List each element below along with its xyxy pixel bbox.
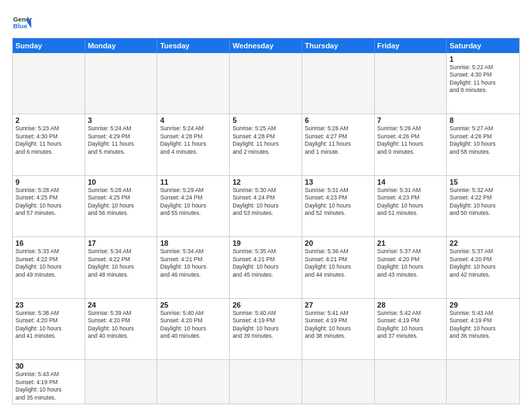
- day-number: 22: [449, 239, 517, 247]
- cell-info: Sunrise: 5:40 AM Sunset: 4:20 PM Dayligh…: [160, 310, 226, 340]
- calendar-cell: 27Sunrise: 5:41 AM Sunset: 4:19 PM Dayli…: [302, 299, 375, 359]
- day-number: 15: [449, 178, 517, 186]
- page: General Blue SundayMondayTuesdayWednesda…: [0, 0, 532, 411]
- calendar-row-5: 30Sunrise: 5:43 AM Sunset: 4:19 PM Dayli…: [13, 360, 519, 404]
- weekday-header-monday: Monday: [85, 38, 158, 53]
- day-number: 11: [160, 178, 226, 186]
- calendar-cell: [230, 53, 302, 113]
- day-number: 10: [88, 178, 154, 186]
- calendar-cell: 8Sunrise: 5:27 AM Sunset: 4:26 PM Daylig…: [447, 114, 519, 175]
- calendar-cell: [375, 53, 447, 113]
- calendar-cell: 3Sunrise: 5:24 AM Sunset: 4:29 PM Daylig…: [85, 114, 158, 175]
- cell-info: Sunrise: 5:32 AM Sunset: 4:22 PM Dayligh…: [449, 187, 517, 218]
- weekday-header-wednesday: Wednesday: [230, 38, 302, 53]
- cell-info: Sunrise: 5:25 AM Sunset: 4:28 PM Dayligh…: [232, 125, 299, 156]
- cell-info: Sunrise: 5:42 AM Sunset: 4:19 PM Dayligh…: [378, 310, 444, 340]
- cell-info: Sunrise: 5:38 AM Sunset: 4:20 PM Dayligh…: [15, 310, 82, 340]
- day-number: 24: [88, 301, 154, 309]
- day-number: 7: [378, 116, 444, 124]
- weekday-header-sunday: Sunday: [13, 38, 85, 53]
- day-number: 30: [15, 362, 82, 370]
- day-number: 28: [378, 301, 444, 309]
- calendar-body: 1Sunrise: 5:22 AM Sunset: 4:30 PM Daylig…: [13, 53, 519, 404]
- calendar-row-2: 9Sunrise: 5:28 AM Sunset: 4:25 PM Daylig…: [13, 176, 519, 237]
- calendar-cell: 10Sunrise: 5:28 AM Sunset: 4:25 PM Dayli…: [85, 176, 158, 236]
- cell-info: Sunrise: 5:26 AM Sunset: 4:27 PM Dayligh…: [305, 125, 371, 156]
- cell-info: Sunrise: 5:24 AM Sunset: 4:28 PM Dayligh…: [160, 125, 226, 156]
- calendar-cell: 22Sunrise: 5:37 AM Sunset: 4:20 PM Dayli…: [447, 237, 519, 298]
- calendar: SundayMondayTuesdayWednesdayThursdayFrid…: [12, 38, 520, 404]
- calendar-row-3: 16Sunrise: 5:33 AM Sunset: 4:22 PM Dayli…: [13, 237, 519, 298]
- weekday-header-thursday: Thursday: [302, 38, 375, 53]
- calendar-cell: 11Sunrise: 5:29 AM Sunset: 4:24 PM Dayli…: [157, 176, 230, 236]
- calendar-cell: 29Sunrise: 5:43 AM Sunset: 4:19 PM Dayli…: [447, 299, 519, 359]
- day-number: 9: [15, 178, 82, 186]
- calendar-row-0: 1Sunrise: 5:22 AM Sunset: 4:30 PM Daylig…: [13, 53, 519, 114]
- calendar-cell: 21Sunrise: 5:37 AM Sunset: 4:20 PM Dayli…: [375, 237, 447, 298]
- logo-icon: General Blue: [12, 12, 32, 32]
- weekday-header-friday: Friday: [375, 38, 447, 53]
- day-number: 26: [232, 301, 299, 309]
- calendar-row-4: 23Sunrise: 5:38 AM Sunset: 4:20 PM Dayli…: [13, 299, 519, 360]
- weekday-header-saturday: Saturday: [447, 38, 519, 53]
- calendar-cell: 7Sunrise: 5:26 AM Sunset: 4:26 PM Daylig…: [375, 114, 447, 175]
- calendar-cell: 19Sunrise: 5:35 AM Sunset: 4:21 PM Dayli…: [230, 237, 302, 298]
- header: General Blue: [12, 12, 520, 32]
- calendar-cell: 18Sunrise: 5:34 AM Sunset: 4:21 PM Dayli…: [157, 237, 230, 298]
- day-number: 14: [378, 178, 444, 186]
- day-number: 25: [160, 301, 226, 309]
- calendar-cell: [302, 53, 375, 113]
- cell-info: Sunrise: 5:27 AM Sunset: 4:26 PM Dayligh…: [449, 125, 517, 156]
- day-number: 2: [15, 116, 82, 124]
- calendar-cell: 20Sunrise: 5:36 AM Sunset: 4:21 PM Dayli…: [302, 237, 375, 298]
- calendar-cell: 13Sunrise: 5:31 AM Sunset: 4:23 PM Dayli…: [302, 176, 375, 236]
- calendar-cell: [85, 360, 158, 404]
- cell-info: Sunrise: 5:34 AM Sunset: 4:22 PM Dayligh…: [88, 248, 154, 279]
- calendar-cell: 25Sunrise: 5:40 AM Sunset: 4:20 PM Dayli…: [157, 299, 230, 359]
- calendar-cell: 2Sunrise: 5:23 AM Sunset: 4:30 PM Daylig…: [13, 114, 85, 175]
- cell-info: Sunrise: 5:30 AM Sunset: 4:24 PM Dayligh…: [232, 187, 299, 218]
- day-number: 20: [305, 239, 371, 247]
- logo: General Blue: [12, 12, 32, 32]
- day-number: 8: [449, 116, 517, 124]
- day-number: 17: [88, 239, 154, 247]
- day-number: 3: [88, 116, 154, 124]
- calendar-cell: [85, 53, 158, 113]
- cell-info: Sunrise: 5:41 AM Sunset: 4:19 PM Dayligh…: [305, 310, 371, 340]
- calendar-cell: 14Sunrise: 5:31 AM Sunset: 4:23 PM Dayli…: [375, 176, 447, 236]
- cell-info: Sunrise: 5:22 AM Sunset: 4:30 PM Dayligh…: [449, 64, 517, 95]
- cell-info: Sunrise: 5:33 AM Sunset: 4:22 PM Dayligh…: [15, 248, 82, 279]
- calendar-cell: [157, 53, 230, 113]
- cell-info: Sunrise: 5:28 AM Sunset: 4:25 PM Dayligh…: [15, 187, 82, 218]
- day-number: 1: [449, 55, 517, 63]
- day-number: 5: [232, 116, 299, 124]
- calendar-cell: 24Sunrise: 5:39 AM Sunset: 4:20 PM Dayli…: [85, 299, 158, 359]
- svg-marker-3: [28, 22, 32, 28]
- calendar-cell: 28Sunrise: 5:42 AM Sunset: 4:19 PM Dayli…: [375, 299, 447, 359]
- day-number: 18: [160, 239, 226, 247]
- calendar-cell: 26Sunrise: 5:40 AM Sunset: 4:19 PM Dayli…: [230, 299, 302, 359]
- calendar-cell: 6Sunrise: 5:26 AM Sunset: 4:27 PM Daylig…: [302, 114, 375, 175]
- day-number: 12: [232, 178, 299, 186]
- cell-info: Sunrise: 5:29 AM Sunset: 4:24 PM Dayligh…: [160, 187, 226, 218]
- day-number: 23: [15, 301, 82, 309]
- calendar-row-1: 2Sunrise: 5:23 AM Sunset: 4:30 PM Daylig…: [13, 114, 519, 175]
- calendar-cell: 1Sunrise: 5:22 AM Sunset: 4:30 PM Daylig…: [447, 53, 519, 113]
- cell-info: Sunrise: 5:28 AM Sunset: 4:25 PM Dayligh…: [88, 187, 154, 218]
- cell-info: Sunrise: 5:39 AM Sunset: 4:20 PM Dayligh…: [88, 310, 154, 340]
- day-number: 29: [449, 301, 517, 309]
- calendar-cell: 30Sunrise: 5:43 AM Sunset: 4:19 PM Dayli…: [13, 360, 85, 404]
- day-number: 19: [232, 239, 299, 247]
- cell-info: Sunrise: 5:43 AM Sunset: 4:19 PM Dayligh…: [449, 310, 517, 340]
- day-number: 6: [305, 116, 371, 124]
- calendar-header: SundayMondayTuesdayWednesdayThursdayFrid…: [13, 38, 519, 53]
- day-number: 27: [305, 301, 371, 309]
- calendar-cell: [157, 360, 230, 404]
- calendar-cell: 9Sunrise: 5:28 AM Sunset: 4:25 PM Daylig…: [13, 176, 85, 236]
- calendar-cell: 15Sunrise: 5:32 AM Sunset: 4:22 PM Dayli…: [447, 176, 519, 236]
- cell-info: Sunrise: 5:24 AM Sunset: 4:29 PM Dayligh…: [88, 125, 154, 156]
- cell-info: Sunrise: 5:40 AM Sunset: 4:19 PM Dayligh…: [232, 310, 299, 340]
- cell-info: Sunrise: 5:43 AM Sunset: 4:19 PM Dayligh…: [15, 371, 82, 402]
- calendar-cell: 5Sunrise: 5:25 AM Sunset: 4:28 PM Daylig…: [230, 114, 302, 175]
- calendar-cell: [13, 53, 85, 113]
